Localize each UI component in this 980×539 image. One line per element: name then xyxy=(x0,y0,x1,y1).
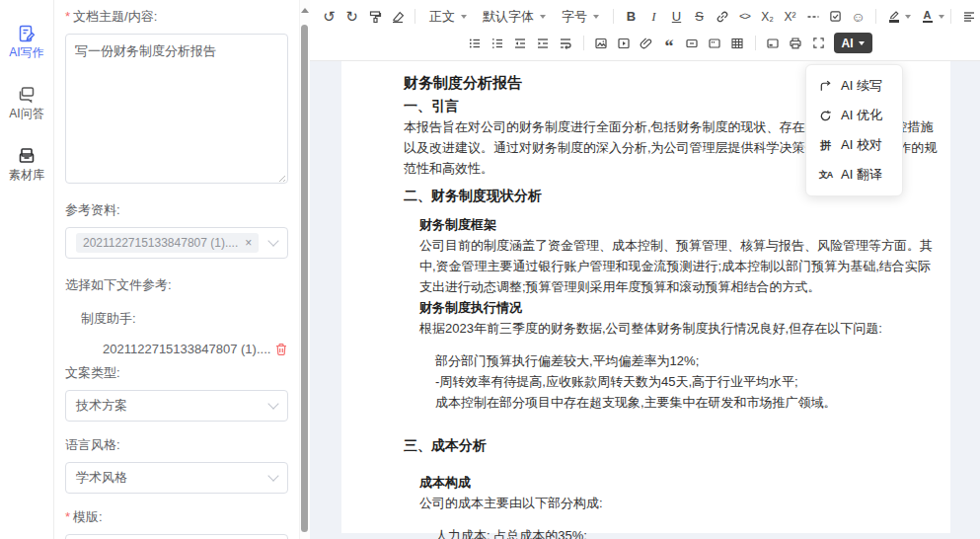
italic-button[interactable]: I xyxy=(643,6,664,28)
emoji-button[interactable]: ☺ xyxy=(848,6,868,28)
fullscreen-button[interactable] xyxy=(808,33,829,54)
chevron-down-icon xyxy=(540,15,546,22)
outdent-button[interactable] xyxy=(510,33,531,54)
attachment-button[interactable] xyxy=(637,33,657,54)
nav-item-ai-qa[interactable]: AI问答 xyxy=(9,85,43,119)
toolbar-row-1: ↺ ↻ 正文 默认字体 字号 B I U S <> X₂ X² ☺ xyxy=(318,3,974,30)
menu-item-ai-translate[interactable]: 文A AI 翻译 xyxy=(806,160,902,190)
font-family-value: 默认字体 xyxy=(483,8,534,26)
clear-format-button[interactable] xyxy=(387,6,408,28)
highlight-color-button[interactable] xyxy=(883,6,904,28)
editor-area: ↺ ↻ 正文 默认字体 字号 B I U S <> X₂ X² ☺ xyxy=(310,0,980,539)
template-select[interactable]: 通用模板 xyxy=(65,534,288,539)
font-size-value: 字号 xyxy=(562,8,587,26)
menu-item-label: AI 续写 xyxy=(841,77,882,95)
link-icon xyxy=(716,10,729,24)
link-button[interactable] xyxy=(712,6,732,28)
toolbar-separator xyxy=(755,36,756,50)
table-icon xyxy=(730,37,744,50)
blockquote-button[interactable]: “ xyxy=(659,29,680,57)
chevron-down-icon xyxy=(461,15,467,22)
menu-item-ai-optimize[interactable]: AI 优化 xyxy=(806,101,902,130)
menu-item-ai-continue[interactable]: AI 续写 xyxy=(806,71,902,101)
horizontal-rule-icon xyxy=(806,10,820,24)
chevron-down-icon xyxy=(267,398,278,409)
language-style-select[interactable]: 学术风格 xyxy=(65,462,288,494)
horizontal-rule-button[interactable] xyxy=(802,6,823,28)
font-size-select[interactable]: 字号 xyxy=(562,8,599,26)
app-window: AI写作 AI问答 素材库 *文档主题/内容: xyxy=(0,0,980,539)
ordered-list-button[interactable] xyxy=(488,33,508,54)
emoji-icon: ☺ xyxy=(851,10,865,24)
image-icon xyxy=(594,37,608,50)
nav-item-label: AI写作 xyxy=(9,46,43,58)
reference-file-row: 2021122715133847807 (1).... xyxy=(65,342,288,356)
nav-item-material-library[interactable]: 素材库 xyxy=(9,146,44,181)
chevron-down-icon xyxy=(593,15,599,22)
underline-button[interactable]: U xyxy=(666,6,687,28)
highlight-pen-icon xyxy=(888,10,900,19)
nav-item-ai-writing[interactable]: AI写作 xyxy=(9,24,43,58)
material-library-icon xyxy=(17,146,37,166)
menu-item-label: AI 优化 xyxy=(841,107,882,124)
chevron-down-icon xyxy=(267,470,278,481)
ai-tools-label: AI xyxy=(842,37,854,50)
toolbar-row-2: “ AI xyxy=(339,30,980,56)
bullet-list-icon xyxy=(468,37,482,50)
align-button[interactable] xyxy=(958,6,979,28)
panel-scrollbar[interactable] xyxy=(299,0,310,539)
scroll-up-arrow-icon[interactable] xyxy=(301,4,309,13)
chevron-down-icon xyxy=(267,235,278,246)
delete-file-button[interactable] xyxy=(274,343,288,356)
print-icon xyxy=(789,37,802,50)
chevron-down-icon xyxy=(905,15,911,22)
divider-button[interactable] xyxy=(682,33,703,54)
page-layout-icon xyxy=(766,37,780,50)
redo-button[interactable]: ↻ xyxy=(341,6,362,28)
toolbar-separator xyxy=(613,9,614,24)
page-layout-button[interactable] xyxy=(763,33,784,54)
doc-list-item: 部分部门预算执行偏差较大,平均偏差率为12%; xyxy=(435,350,939,371)
code-block-button[interactable] xyxy=(705,33,725,54)
file-section-label: 选择如下文件参考: xyxy=(65,276,288,294)
print-button[interactable] xyxy=(786,33,806,54)
paperclip-icon xyxy=(640,37,653,50)
doc-subheading: 财务制度执行情况 xyxy=(419,297,939,318)
format-painter-button[interactable] xyxy=(364,6,385,28)
reference-select[interactable]: 2021122715133847807 (1).... × xyxy=(65,227,288,259)
topic-input[interactable]: 写一份财务制度分析报告 xyxy=(65,34,288,184)
superscript-button[interactable]: X² xyxy=(780,6,800,28)
nav-item-label: AI问答 xyxy=(9,108,43,119)
outdent-icon xyxy=(513,37,527,50)
ai-tools-button[interactable]: AI xyxy=(834,33,872,53)
eraser-icon xyxy=(391,10,405,24)
insert-table-button[interactable] xyxy=(727,33,748,54)
toolbar-separator xyxy=(583,36,584,50)
todo-checkbox-button[interactable] xyxy=(825,6,846,28)
toolbar-separator xyxy=(950,9,951,24)
bold-button[interactable]: B xyxy=(621,6,641,28)
reference-tag-chip[interactable]: 2021122715133847807 (1).... × xyxy=(76,233,259,253)
font-color-button[interactable]: A xyxy=(917,6,938,28)
doc-list-item: 成本控制在部分项目中存在超支现象,主要集中在研发和市场推广领域。 xyxy=(435,392,939,413)
font-family-select[interactable]: 默认字体 xyxy=(483,8,546,26)
inline-code-button[interactable]: <> xyxy=(734,6,755,28)
paragraph-style-select[interactable]: 正文 xyxy=(429,8,467,26)
bullet-list-button[interactable] xyxy=(465,33,486,54)
ai-optimize-icon xyxy=(818,110,833,122)
scrollbar-thumb[interactable] xyxy=(301,25,308,532)
ordered-list-icon xyxy=(490,37,504,50)
indent-button[interactable] xyxy=(533,33,554,54)
doc-paragraph: 公司的成本主要由以下部分构成: xyxy=(419,493,939,513)
language-style-value: 学术风格 xyxy=(76,469,269,487)
insert-image-button[interactable] xyxy=(591,33,612,54)
menu-item-ai-proofread[interactable]: 拼 AI 校对 xyxy=(806,130,902,160)
subscript-button[interactable]: X₂ xyxy=(757,6,778,28)
undo-button[interactable]: ↺ xyxy=(319,6,339,28)
format-painter-icon xyxy=(368,10,382,24)
close-icon[interactable]: × xyxy=(245,237,252,249)
insert-video-button[interactable] xyxy=(614,33,635,54)
text-wrap-button[interactable] xyxy=(556,33,576,54)
strikethrough-button[interactable]: S xyxy=(689,6,710,28)
copy-type-select[interactable]: 技术方案 xyxy=(65,390,288,422)
